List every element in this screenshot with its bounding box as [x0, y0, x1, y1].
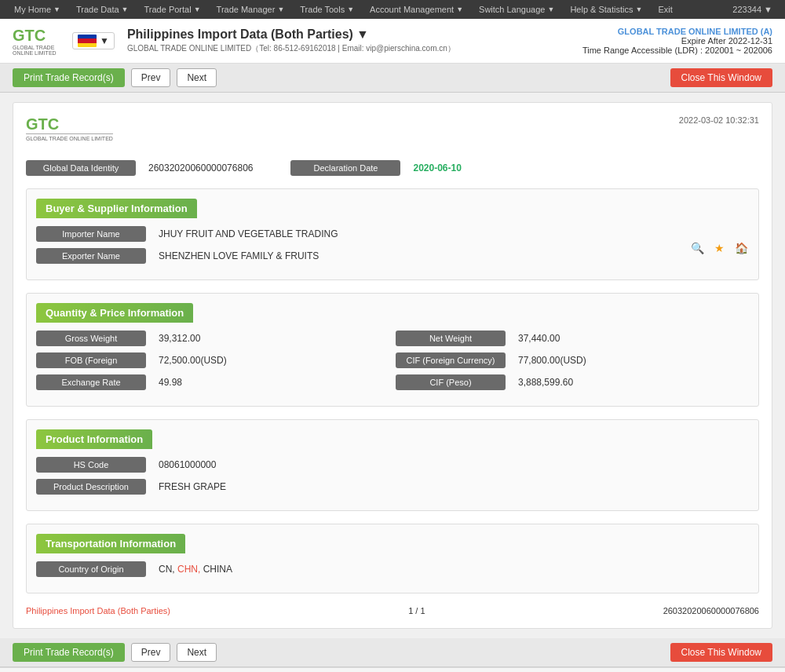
bottom-prev-button[interactable]: Prev — [131, 643, 171, 662]
chevron-down-icon: ▼ — [53, 5, 60, 13]
card-timestamp: 2022-03-02 10:32:31 — [679, 115, 759, 125]
bottom-print-button[interactable]: Print Trade Record(s) — [13, 643, 125, 662]
chevron-down-icon: ▼ — [347, 5, 354, 13]
buyer-supplier-section-title: Buyer & Supplier Information — [36, 199, 197, 218]
hs-code-label: HS Code — [36, 457, 146, 473]
prev-button[interactable]: Prev — [131, 68, 171, 87]
hs-code-value: 08061000000 — [152, 458, 222, 472]
cif-foreign-value: 77,800.00(USD) — [512, 353, 593, 367]
declaration-date-field: Declaration Date 2020-06-10 — [290, 160, 467, 176]
product-section-title: Product Information — [36, 429, 152, 449]
exchange-rate-row: Exchange Rate 49.98 — [36, 374, 389, 390]
global-data-value: 26032020060000076806 — [142, 161, 259, 175]
global-data-label: Global Data Identity — [26, 160, 136, 176]
print-trade-record-button[interactable]: Print Trade Record(s) — [13, 68, 125, 87]
gross-weight-row: Gross Weight 39,312.00 — [36, 331, 389, 346]
cif-peso-row: CIF (Peso) 3,888,599.60 — [396, 374, 749, 390]
chevron-down-icon: ▼ — [277, 5, 284, 13]
philippines-flag-icon — [78, 35, 97, 47]
fob-value: 72,500.00(USD) — [152, 353, 233, 367]
page-title: Philippines Import Data (Both Parties) ▼ — [127, 27, 570, 42]
top-toolbar: Print Trade Record(s) Prev Next Close Th… — [0, 64, 785, 93]
company-logo: GTC GLOBAL TRADE ONLINE LIMITED — [13, 25, 60, 57]
quantity-right-col: Net Weight 37,440.00 CIF (Foreign Curren… — [396, 331, 749, 396]
nav-trade-tools[interactable]: Trade Tools ▼ — [292, 0, 362, 19]
country-selector[interactable]: ▼ — [72, 32, 115, 49]
gross-weight-label: Gross Weight — [36, 331, 146, 346]
country-origin-value: CN, CHN, CHINA — [152, 562, 239, 576]
main-content: GTC GLOBAL TRADE ONLINE LIMITED 2022-03-… — [0, 93, 785, 638]
account-info: GLOBAL TRADE ONLINE LIMITED (A) Expire A… — [582, 27, 772, 55]
nav-account-management[interactable]: Account Management ▼ — [362, 0, 471, 19]
net-weight-label: Net Weight — [396, 331, 506, 346]
home-icon[interactable]: 🏠 — [733, 240, 749, 256]
top-navigation: My Home ▼ Trade Data ▼ Trade Portal ▼ Tr… — [0, 0, 785, 19]
chevron-down-icon: ▼ — [356, 27, 369, 42]
logo-image: GTC GLOBAL TRADE ONLINE LIMITED — [13, 25, 60, 57]
buyer-supplier-fields: Importer Name JHUY FRUIT AND VEGETABLE T… — [36, 226, 689, 270]
cif-foreign-label: CIF (Foreign Currency) — [396, 352, 506, 368]
nav-trade-manager[interactable]: Trade Manager ▼ — [209, 0, 293, 19]
buyer-supplier-row: Importer Name JHUY FRUIT AND VEGETABLE T… — [36, 226, 749, 270]
chevron-down-icon: ▼ — [635, 5, 642, 13]
chevron-down-icon: ▼ — [547, 5, 554, 13]
exchange-rate-label: Exchange Rate — [36, 374, 146, 390]
logo-text: GTC — [13, 27, 60, 45]
identity-row: Global Data Identity 2603202006000007680… — [26, 160, 759, 176]
card-logo-text: GTC — [26, 115, 113, 133]
bottom-toolbar: Print Trade Record(s) Prev Next Close Th… — [0, 638, 785, 667]
next-button[interactable]: Next — [177, 68, 217, 87]
origin-chn: CHN, — [177, 564, 200, 575]
user-id[interactable]: 223344 ▼ — [726, 5, 779, 14]
quantity-price-fields: Gross Weight 39,312.00 FOB (Foreign 72,5… — [36, 331, 749, 396]
record-footer: Philippines Import Data (Both Parties) 1… — [26, 606, 759, 615]
importer-label: Importer Name — [36, 226, 146, 242]
net-weight-value: 37,440.00 — [512, 331, 566, 345]
search-icon[interactable]: 🔍 — [689, 240, 705, 256]
close-window-button[interactable]: Close This Window — [670, 68, 772, 87]
exporter-label: Exporter Name — [36, 248, 146, 264]
card-logo: GTC GLOBAL TRADE ONLINE LIMITED — [26, 115, 113, 141]
exporter-value: SHENZHEN LOVE FAMILY & FRUITS — [152, 249, 325, 263]
net-weight-row: Net Weight 37,440.00 — [396, 331, 749, 346]
importer-row: Importer Name JHUY FRUIT AND VEGETABLE T… — [36, 226, 689, 242]
buyer-supplier-title-row: Buyer & Supplier Information — [36, 199, 749, 218]
cif-peso-label: CIF (Peso) — [396, 374, 506, 390]
transportation-section-title: Transportation Information — [36, 534, 185, 553]
nav-switch-language[interactable]: Switch Language ▼ — [471, 0, 562, 19]
nav-my-home[interactable]: My Home ▼ — [6, 0, 68, 19]
account-expire: Expire After 2022-12-31 — [582, 36, 772, 46]
product-section: Product Information HS Code 08061000000 … — [26, 419, 759, 511]
fob-row: FOB (Foreign 72,500.00(USD) — [36, 352, 389, 368]
record-card: GTC GLOBAL TRADE ONLINE LIMITED 2022-03-… — [13, 102, 772, 629]
quantity-left-col: Gross Weight 39,312.00 FOB (Foreign 72,5… — [36, 331, 389, 396]
transportation-title-row: Transportation Information — [36, 534, 749, 553]
bottom-next-button[interactable]: Next — [177, 643, 217, 662]
star-icon[interactable]: ★ — [711, 240, 727, 256]
importer-value: JHUY FRUIT AND VEGETABLE TRADING — [152, 227, 345, 241]
product-desc-value: FRESH GRAPE — [152, 480, 232, 494]
cif-peso-value: 3,888,599.60 — [512, 375, 579, 389]
gross-weight-value: 39,312.00 — [152, 331, 206, 345]
nav-trade-portal[interactable]: Trade Portal ▼ — [137, 0, 209, 19]
page-subtitle: GLOBAL TRADE ONLINE LIMITED（Tel: 86-512-… — [127, 43, 570, 54]
exporter-row: Exporter Name SHENZHEN LOVE FAMILY & FRU… — [36, 248, 689, 264]
footer-title-link[interactable]: Philippines Import Data (Both Parties) — [26, 606, 170, 615]
card-logo-sub: GLOBAL TRADE ONLINE LIMITED — [26, 133, 113, 141]
product-desc-row: Product Description FRESH GRAPE — [36, 479, 749, 495]
bottom-close-button[interactable]: Close This Window — [670, 643, 772, 662]
action-icons: 🔍 ★ 🏠 — [689, 240, 749, 256]
product-desc-label: Product Description — [36, 479, 146, 495]
exchange-rate-value: 49.98 — [152, 375, 188, 389]
nav-trade-data[interactable]: Trade Data ▼ — [68, 0, 137, 19]
declaration-date-label: Declaration Date — [290, 160, 400, 176]
header-bar: GTC GLOBAL TRADE ONLINE LIMITED ▼ Philip… — [0, 19, 785, 64]
nav-exit[interactable]: Exit — [650, 0, 680, 19]
nav-help-statistics[interactable]: Help & Statistics ▼ — [562, 0, 650, 19]
quantity-price-section-title: Quantity & Price Information — [36, 303, 193, 323]
page-title-area: Philippines Import Data (Both Parties) ▼… — [127, 27, 570, 54]
footer-record-id: 26032020060000076806 — [663, 606, 759, 615]
chevron-down-icon: ▼ — [122, 5, 129, 13]
chevron-down-icon: ▼ — [100, 35, 109, 46]
global-data-identity-field: Global Data Identity 2603202006000007680… — [26, 160, 259, 176]
